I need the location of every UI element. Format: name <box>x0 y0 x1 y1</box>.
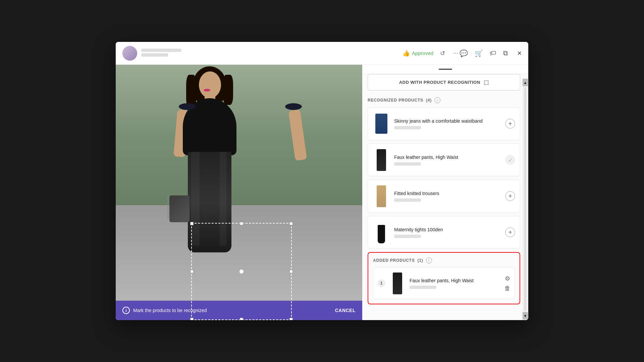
added-thumbnail-1 <box>389 271 406 295</box>
tag-icon[interactable]: 🏷 <box>490 49 496 57</box>
image-panel: i Mark the products to be recognized CAN… <box>116 65 362 320</box>
header-right-icons: 💬 🛒 🏷 ⧉ × <box>460 49 522 58</box>
product-card-1[interactable]: Skinny jeans with a comfortable waistban… <box>368 107 520 140</box>
add-icon-4: + <box>508 229 512 236</box>
approved-icon: 👍 <box>402 50 410 57</box>
image-bottom-bar: i Mark the products to be recognized CAN… <box>116 301 362 320</box>
add-icon-3: + <box>508 192 512 200</box>
photo-background: i Mark the products to be recognized CAN… <box>116 65 362 320</box>
recognition-icon: ⬚ <box>484 79 489 85</box>
close-button[interactable]: × <box>517 49 522 58</box>
added-info-icon[interactable]: i <box>426 257 432 263</box>
username-line-2 <box>141 53 168 57</box>
product-card-4[interactable]: Maternity tights 100den + <box>368 216 520 249</box>
more-options-button[interactable]: ··· <box>452 48 460 58</box>
product-action-3: + <box>505 191 515 201</box>
product-name-1: Skinny jeans with a comfortable waistban… <box>394 118 501 124</box>
product-card-3[interactable]: Fitted knitted trousers + <box>368 180 520 213</box>
product-info-3: Fitted knitted trousers <box>394 190 501 202</box>
product-price-2 <box>394 162 421 166</box>
right-panel-content: ADD WITH PRODUCT RECOGNITION ⬚ RECOGNIZE… <box>362 74 528 320</box>
approved-label: Approved <box>412 50 433 56</box>
add-recognition-label: ADD WITH PRODUCT RECOGNITION <box>399 80 480 85</box>
added-products-header: ADDED PRODUCTS (1) i <box>373 257 515 263</box>
username-block <box>141 49 181 58</box>
modal-body: i Mark the products to be recognized CAN… <box>116 65 528 320</box>
tab-indicator <box>439 69 452 70</box>
product-info-2: Faux leather pants, High Waist <box>394 154 501 166</box>
trash-icon: 🗑 <box>504 285 511 292</box>
add-recognition-button[interactable]: ADD WITH PRODUCT RECOGNITION ⬚ <box>368 74 520 90</box>
cancel-button[interactable]: CANCEL <box>335 308 356 313</box>
leather-thumbnail-2 <box>377 149 386 171</box>
product-price-3 <box>394 198 421 202</box>
recognized-info-icon[interactable]: i <box>434 97 440 103</box>
username-line-1 <box>141 49 181 52</box>
add-icon-1: + <box>508 120 512 128</box>
product-name-4: Maternity tights 100den <box>394 227 501 233</box>
check-icon-2: ✓ <box>508 157 513 163</box>
add-product-4-button[interactable]: + <box>505 227 515 237</box>
layers-icon[interactable]: ⧉ <box>503 49 508 57</box>
chat-icon[interactable]: 💬 <box>460 49 468 57</box>
added-leather-thumbnail <box>393 273 402 294</box>
gear-icon: ⚙ <box>505 275 510 282</box>
added-product-name: Faux leather pants, High Waist <box>410 278 501 284</box>
tights-thumbnail <box>376 222 386 243</box>
scroll-up-button[interactable]: ▲ <box>523 79 528 86</box>
added-product-card-1: 1 Faux leather pants, High Waist ⚙ <box>373 267 515 299</box>
right-panel: ▲ ▼ ADD WITH PRODUCT RECOGNITION ⬚ RECOG… <box>362 65 528 320</box>
added-title: ADDED PRODUCTS <box>373 258 415 263</box>
product-thumbnail-4 <box>373 220 390 244</box>
header-center: 👍 Approved ↺ ··· <box>402 48 460 58</box>
product-card-2[interactable]: Faux leather pants, High Waist ✓ <box>368 143 520 176</box>
added-product-price <box>410 286 436 289</box>
scrollbar[interactable]: ▲ ▼ <box>522 78 528 320</box>
add-product-3-button[interactable]: + <box>505 191 515 201</box>
modal-header: 👍 Approved ↺ ··· 💬 🛒 🏷 ⧉ × <box>116 42 528 65</box>
info-text: Mark the products to be recognized <box>133 308 335 313</box>
product-action-1: + <box>505 119 515 129</box>
added-products-section: ADDED PRODUCTS (1) i 1 Faux leathe <box>368 252 520 304</box>
approved-badge: 👍 Approved <box>402 50 433 57</box>
add-product-1-button[interactable]: + <box>505 119 515 129</box>
recognized-count: (4) <box>426 98 432 103</box>
product-info-4: Maternity tights 100den <box>394 227 501 238</box>
added-product-number: 1 <box>377 279 385 287</box>
avatar <box>122 46 137 61</box>
product-info-1: Skinny jeans with a comfortable waistban… <box>394 118 501 129</box>
added-count: (1) <box>418 258 423 263</box>
scroll-down-button[interactable]: ▼ <box>523 312 528 319</box>
jeans-thumbnail <box>375 114 387 134</box>
recognized-title: RECOGNIZED PRODUCTS <box>368 98 423 103</box>
right-top-icons-bar <box>362 65 528 74</box>
header-left <box>122 46 402 61</box>
added-product-delete-button[interactable]: 🗑 <box>504 285 511 292</box>
info-icon: i <box>122 307 130 314</box>
knitted-thumbnail <box>377 185 386 207</box>
undo-icon: ↺ <box>440 50 445 57</box>
recognized-products-header: RECOGNIZED PRODUCTS (4) i <box>368 97 520 103</box>
product-name-3: Fitted knitted trousers <box>394 190 501 196</box>
added-product-settings-button[interactable]: ⚙ <box>504 275 511 282</box>
added-product-info: Faux leather pants, High Waist <box>410 278 501 289</box>
check-product-2-button[interactable]: ✓ <box>505 155 515 165</box>
product-action-4: + <box>505 227 515 237</box>
product-name-2: Faux leather pants, High Waist <box>394 154 501 160</box>
product-action-2: ✓ <box>505 155 515 165</box>
undo-button[interactable]: ↺ <box>439 48 446 58</box>
modal: 👍 Approved ↺ ··· 💬 🛒 🏷 ⧉ × <box>116 42 528 320</box>
product-thumbnail-2 <box>373 148 390 172</box>
more-options-icon: ··· <box>453 50 458 57</box>
product-price-4 <box>394 235 421 238</box>
product-thumbnail-1 <box>373 112 390 136</box>
cart-icon[interactable]: 🛒 <box>475 49 483 57</box>
product-thumbnail-3 <box>373 184 390 208</box>
product-price-1 <box>394 126 421 129</box>
added-product-actions: ⚙ 🗑 <box>504 275 511 292</box>
